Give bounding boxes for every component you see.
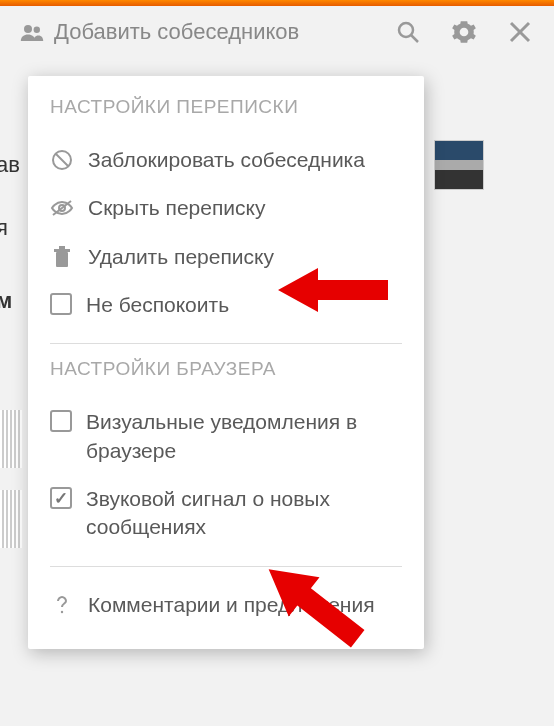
hide-conversation-item[interactable]: Скрыть переписку <box>50 184 402 232</box>
gear-icon[interactable] <box>450 18 478 46</box>
checkbox-unchecked[interactable] <box>50 293 72 315</box>
chat-header: Добавить собеседников <box>0 6 554 58</box>
bg-decoration <box>0 410 22 468</box>
search-icon[interactable] <box>394 18 422 46</box>
sound-notifications-item[interactable]: Звуковой сигнал о новых сообщениях <box>50 475 402 552</box>
bg-decoration <box>0 490 22 548</box>
bg-thumbnail <box>434 140 484 190</box>
svg-marker-14 <box>278 268 388 312</box>
svg-marker-15 <box>253 549 372 658</box>
checkbox-unchecked[interactable] <box>50 410 72 432</box>
svg-rect-10 <box>56 252 68 267</box>
add-participants-button[interactable]: Добавить собеседников <box>20 19 386 45</box>
close-icon[interactable] <box>506 18 534 46</box>
visual-notifications-item[interactable]: Визуальные уведомления в браузере <box>50 398 402 475</box>
header-title: Добавить собеседников <box>54 19 299 45</box>
svg-point-2 <box>399 23 413 37</box>
section-title-conversation: НАСТРОЙКИ ПЕРЕПИСКИ <box>50 96 402 118</box>
menu-label: Звуковой сигнал о новых сообщениях <box>86 485 402 542</box>
svg-point-0 <box>24 25 32 33</box>
menu-label: Визуальные уведомления в браузере <box>86 408 402 465</box>
eye-off-icon <box>50 196 74 220</box>
divider <box>50 343 402 344</box>
svg-rect-12 <box>59 246 65 249</box>
menu-label: Скрыть переписку <box>88 194 265 222</box>
bg-text: м <box>0 288 12 314</box>
bg-text: я <box>0 215 8 241</box>
annotation-arrow <box>252 548 372 658</box>
svg-line-7 <box>56 154 69 167</box>
menu-label: Удалить переписку <box>88 243 274 271</box>
people-icon <box>20 21 44 45</box>
block-icon <box>50 148 74 172</box>
bg-text: ав <box>0 152 20 178</box>
svg-point-13 <box>61 611 63 613</box>
question-icon <box>50 593 74 617</box>
menu-label: Заблокировать собеседника <box>88 146 365 174</box>
block-user-item[interactable]: Заблокировать собеседника <box>50 136 402 184</box>
checkbox-checked[interactable] <box>50 487 72 509</box>
svg-point-1 <box>34 27 40 33</box>
trash-icon <box>50 245 74 269</box>
annotation-arrow <box>278 262 388 318</box>
svg-rect-11 <box>54 249 70 252</box>
menu-label: Не беспокоить <box>86 291 229 319</box>
svg-line-3 <box>411 35 418 42</box>
section-title-browser: НАСТРОЙКИ БРАУЗЕРА <box>50 358 402 380</box>
